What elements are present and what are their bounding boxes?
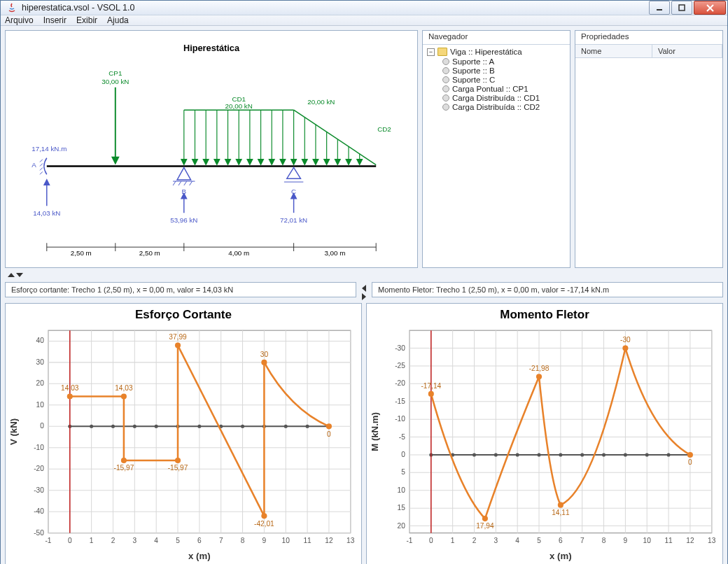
shear-chart-title: Esforço Cortante — [6, 304, 361, 323]
splitter-right-icon — [362, 293, 366, 300]
vertical-splitter[interactable] — [360, 282, 368, 300]
svg-line-5 — [40, 164, 43, 167]
cp1-value: 30,00 kN — [102, 78, 129, 85]
svg-point-146 — [261, 360, 267, 365]
svg-marker-45 — [302, 160, 307, 165]
svg-text:5: 5 — [401, 468, 405, 476]
svg-text:-40: -40 — [34, 507, 44, 515]
svg-point-144 — [261, 513, 267, 519]
svg-point-209 — [494, 453, 498, 456]
menu-ajuda[interactable]: Ajuda — [107, 15, 129, 25]
svg-text:2: 2 — [111, 537, 115, 544]
tree-root-label: Viga :: Hiperestática — [450, 48, 522, 56]
moment-a-label: 17,14 kN.m — [31, 145, 66, 153]
shear-chart[interactable]: -1012345678910111213-50-40-30-20-1001020… — [6, 323, 361, 564]
shear-chart-panel: Esforço Cortante -1012345678910111213-50… — [5, 303, 362, 564]
svg-text:6: 6 — [197, 537, 202, 544]
menu-arquivo[interactable]: Arquivo — [5, 15, 34, 25]
svg-point-211 — [537, 453, 540, 456]
svg-marker-47 — [313, 160, 318, 165]
svg-point-115 — [90, 425, 93, 428]
minimize-button[interactable] — [649, 1, 670, 15]
svg-text:14,11: 14,11 — [552, 509, 570, 516]
gear-icon — [442, 85, 449, 92]
beam-title: Hiperestática — [183, 43, 240, 53]
gear-icon — [442, 76, 449, 83]
moment-chart[interactable]: -1012345678910111213-30-25-20-15-10-5051… — [367, 323, 722, 564]
svg-marker-53 — [346, 160, 351, 165]
folder-icon — [438, 48, 447, 56]
app-window: hiperestatica.vsol - VSOL 1.0 Arquivo In… — [0, 0, 728, 564]
properties-panel: Propriedades Nome Valor — [575, 30, 723, 268]
tree-item[interactable]: Suporte :: A — [442, 57, 566, 66]
svg-text:V (kN): V (kN) — [8, 418, 19, 445]
splitter-down-icon — [16, 273, 23, 277]
beam-diagram[interactable]: Hiperestática A 17,14 kN.m 14,03 kN — [6, 31, 417, 267]
svg-text:-17,14: -17,14 — [421, 382, 441, 390]
svg-marker-23 — [181, 160, 187, 165]
moment-info-strip: Momento Fletor: Trecho 1 (2,50 m), x = 0… — [372, 282, 723, 297]
svg-text:1: 1 — [451, 537, 455, 544]
svg-marker-37 — [258, 160, 264, 165]
svg-text:0: 0 — [429, 537, 433, 544]
svg-text:-25: -25 — [395, 362, 405, 369]
moment-chart-panel: Momento Fletor -1012345678910111213-30-2… — [366, 303, 723, 564]
svg-text:10: 10 — [282, 537, 290, 544]
svg-text:13: 13 — [346, 537, 355, 544]
tree-root[interactable]: − Viga :: Hiperestática — [427, 48, 566, 56]
close-button[interactable] — [694, 1, 726, 15]
svg-text:-20: -20 — [34, 465, 44, 472]
svg-point-213 — [580, 453, 584, 456]
menu-exibir[interactable]: Exibir — [76, 15, 97, 25]
svg-marker-25 — [192, 160, 198, 165]
svg-point-215 — [624, 453, 627, 456]
svg-text:-30: -30 — [395, 344, 405, 352]
svg-line-13 — [184, 181, 187, 185]
properties-table: Nome Valor — [575, 45, 722, 58]
svg-point-124 — [284, 425, 288, 428]
support-c-icon — [287, 167, 301, 178]
svg-point-216 — [645, 453, 649, 456]
props-col-name[interactable]: Nome — [575, 45, 652, 58]
horizontal-splitter[interactable] — [5, 271, 723, 279]
svg-marker-41 — [280, 160, 286, 165]
tree-item[interactable]: Carga Distribuída :: CD1 — [442, 94, 566, 102]
svg-line-12 — [178, 181, 181, 185]
svg-line-14 — [190, 181, 192, 185]
dim-span2: 2,50 m — [139, 249, 160, 257]
java-icon — [6, 2, 18, 13]
svg-point-142 — [175, 342, 181, 348]
svg-text:-10: -10 — [34, 444, 44, 451]
menubar: Arquivo Inserir Exibir Ajuda — [1, 15, 727, 26]
svg-point-134 — [67, 393, 73, 399]
maximize-button[interactable] — [671, 1, 692, 15]
tree-toggle-icon[interactable]: − — [427, 48, 435, 56]
svg-marker-49 — [324, 160, 330, 165]
svg-text:-15,97: -15,97 — [168, 464, 188, 472]
svg-marker-31 — [225, 160, 231, 165]
tree-item[interactable]: Suporte :: C — [442, 76, 566, 84]
svg-text:-1: -1 — [406, 537, 412, 544]
gear-icon — [442, 104, 449, 111]
menu-inserir[interactable]: Inserir — [43, 15, 66, 25]
svg-text:-42,01: -42,01 — [254, 520, 274, 528]
tree-item[interactable]: Suporte :: B — [442, 66, 566, 75]
svg-text:8: 8 — [241, 537, 245, 544]
svg-point-117 — [133, 425, 136, 428]
svg-text:5: 5 — [176, 537, 180, 544]
svg-point-148 — [326, 423, 332, 429]
cd2-name: CD2 — [377, 125, 391, 133]
reaction-a: 14,03 kN — [33, 209, 60, 217]
tree-item[interactable]: Carga Distribuída :: CD2 — [442, 103, 566, 111]
svg-text:x (m): x (m) — [550, 551, 572, 561]
tree-item-label: Carga Distribuída :: CD2 — [452, 103, 540, 111]
svg-text:3: 3 — [494, 537, 498, 544]
support-a-label: A — [31, 161, 36, 169]
window-title: hiperestatica.vsol - VSOL 1.0 — [22, 3, 648, 13]
props-col-value[interactable]: Valor — [652, 45, 722, 58]
tree-item[interactable]: Carga Pontual :: CP1 — [442, 85, 566, 93]
dim-span1: 2,50 m — [71, 249, 92, 257]
svg-text:12: 12 — [686, 537, 694, 544]
navigator-tree[interactable]: − Viga :: Hiperestática Suporte :: A Sup… — [423, 45, 570, 115]
svg-point-125 — [306, 425, 309, 428]
